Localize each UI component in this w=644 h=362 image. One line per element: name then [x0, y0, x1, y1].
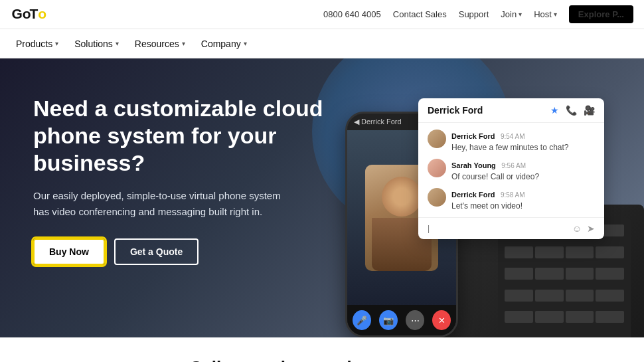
msg1-text: Hey, have a few minutes to chat? [451, 143, 569, 152]
hero-section: Need a customizable cloud phone system f… [0, 58, 644, 337]
chat-header-icons: ★ 📞 🎥 [550, 105, 595, 116]
avatar-derrick-2 [428, 188, 446, 207]
key-11 [566, 268, 594, 280]
msg1-time: 9:54 AM [501, 133, 525, 140]
main-nav: Products ▾ Solutions ▾ Resources ▾ Compa… [0, 29, 644, 58]
key-12 [596, 268, 624, 280]
call-icon[interactable]: 📞 [566, 105, 577, 116]
face-circle [382, 177, 422, 217]
phone-camera-icon[interactable]: 📷 [379, 310, 398, 330]
top-right-nav: 0800 640 4005 Contact Sales Support Join… [323, 5, 633, 23]
key-14 [535, 290, 564, 302]
msg2-time: 9:56 AM [501, 162, 526, 169]
buy-now-button[interactable]: Buy Now [33, 238, 105, 265]
key-9 [505, 268, 533, 280]
host-chevron-icon: ▾ [554, 11, 557, 18]
key-13 [505, 290, 533, 302]
nav-item-solutions[interactable]: Solutions ▾ [69, 36, 124, 52]
video-icon[interactable]: 🎥 [584, 105, 595, 116]
logo-area[interactable]: Go T o [11, 5, 50, 25]
get-quote-button[interactable]: Get a Quote [114, 238, 199, 265]
company-chevron-icon: ▾ [244, 40, 247, 47]
svg-text:T: T [30, 6, 39, 21]
send-icon[interactable]: ➤ [587, 223, 595, 234]
msg2-text: Of course! Call or video? [451, 172, 539, 181]
top-bar: Go T o 0800 640 4005 Contact Sales Suppo… [0, 0, 644, 29]
emoji-icon[interactable]: ☺ [572, 223, 582, 234]
solutions-chevron-icon: ▾ [116, 40, 119, 47]
bottom-section: Calls, meetings and messages – [0, 337, 644, 362]
key-6 [535, 246, 564, 258]
chat-messages: Derrick Ford 9:54 AM Hey, have a few min… [418, 123, 604, 217]
msg3-time: 9:58 AM [501, 191, 525, 199]
hero-buttons: Buy Now Get a Quote [33, 238, 332, 265]
key-20 [596, 311, 624, 323]
avatar-derrick-1 [428, 130, 446, 148]
key-17 [505, 311, 533, 323]
svg-text:Go: Go [12, 6, 31, 21]
key-7 [566, 246, 594, 258]
goto-logo: Go T o [11, 5, 50, 25]
key-10 [535, 268, 564, 280]
products-chevron-icon: ▾ [55, 40, 58, 47]
phone-more-icon[interactable]: ⋯ [406, 310, 424, 330]
chat-message-2: Sarah Young 9:56 AM Of course! Call or v… [428, 159, 595, 181]
msg1-sender: Derrick Ford [451, 132, 495, 140]
nav-item-products[interactable]: Products ▾ [11, 36, 64, 52]
chat-contact-name: Derrick Ford [428, 105, 545, 116]
avatar-sarah [428, 159, 446, 177]
resources-chevron-icon: ▾ [182, 40, 185, 47]
msg2-sender: Sarah Young [451, 161, 496, 169]
svg-text:o: o [38, 6, 46, 21]
chat-card: Derrick Ford ★ 📞 🎥 Derrick Ford 9:54 AM … [418, 98, 604, 239]
hero-subtitle: Our easily deployed, simple-to-use virtu… [33, 188, 285, 220]
bottom-title: Calls, meetings and messages – [11, 357, 633, 362]
key-5 [505, 246, 533, 258]
star-icon[interactable]: ★ [550, 105, 559, 116]
hero-title: Need a customizable cloud phone system f… [33, 95, 332, 176]
support-link[interactable]: Support [459, 9, 489, 19]
msg3-text: Let's meet on video! [451, 201, 525, 211]
msg3-sender: Derrick Ford [451, 191, 495, 199]
contact-sales-link[interactable]: Contact Sales [393, 9, 447, 19]
key-16 [596, 290, 624, 302]
join-chevron-icon: ▾ [519, 11, 522, 18]
phone-mic-icon[interactable]: 🎤 [353, 310, 371, 330]
nav-item-company[interactable]: Company ▾ [196, 36, 252, 52]
chat-input-area: ☺ ➤ [418, 217, 604, 239]
explore-button[interactable]: Explore P... [569, 5, 633, 23]
chat-card-header: Derrick Ford ★ 📞 🎥 [418, 98, 604, 123]
hero-content: Need a customizable cloud phone system f… [33, 95, 332, 265]
key-18 [535, 311, 564, 323]
chat-message-3: Derrick Ford 9:58 AM Let's meet on video… [428, 188, 595, 211]
host-button[interactable]: Host ▾ [534, 9, 557, 19]
phone-number: 0800 640 4005 [323, 9, 381, 19]
join-button[interactable]: Join ▾ [501, 9, 522, 19]
chat-message-1: Derrick Ford 9:54 AM Hey, have a few min… [428, 130, 595, 152]
key-8 [596, 246, 624, 258]
chat-input-field[interactable] [428, 224, 567, 233]
phone-contact-label: ◀ Derrick Ford [354, 118, 402, 126]
phone-end-icon[interactable]: ✕ [432, 310, 451, 330]
key-19 [566, 311, 594, 323]
key-15 [566, 290, 594, 302]
nav-item-resources[interactable]: Resources ▾ [129, 36, 191, 52]
